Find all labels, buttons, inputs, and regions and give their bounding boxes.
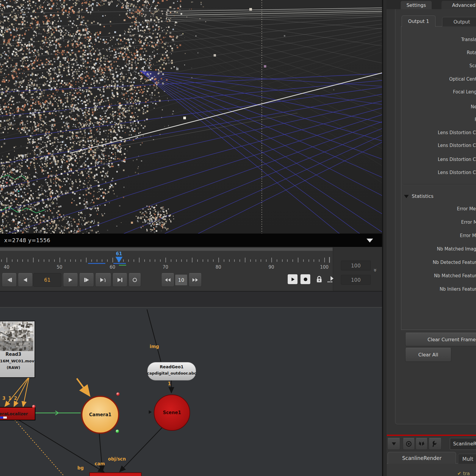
range-end-field[interactable]: 100 <box>341 261 371 270</box>
jump-back-button[interactable] <box>161 273 174 287</box>
point-cloud-canvas[interactable] <box>0 0 382 234</box>
playhead[interactable] <box>115 257 123 263</box>
param-label-far: Far <box>388 117 476 122</box>
play-to-keyframe-button[interactable] <box>95 273 111 287</box>
playhead-sync-icon[interactable] <box>326 274 336 284</box>
edge-img-readgeo1[interactable] <box>147 309 161 362</box>
node-graph[interactable]: Read3 01016M_WC01.mov (RAW) 3 1 2 Camera… <box>0 291 382 476</box>
ruler-tick <box>250 259 251 262</box>
ruler-tick <box>324 258 325 262</box>
ruler-tick <box>144 259 145 262</box>
wrench-icon[interactable] <box>429 438 441 450</box>
port-label-bg: bg <box>77 465 84 471</box>
disclosure-triangle-icon[interactable] <box>404 195 409 198</box>
tab-output-1[interactable]: Output 1 <box>402 15 436 27</box>
ruler-tick <box>256 259 256 262</box>
edge-into-camera1[interactable] <box>77 378 89 394</box>
collapse-chevrons-icon[interactable]: » <box>372 268 379 272</box>
edge-read3-cameralocalizer-3[interactable] <box>5 377 29 406</box>
tab-output-2[interactable]: Output <box>442 17 476 26</box>
divider <box>403 184 476 185</box>
flipbook-icon[interactable] <box>288 274 298 284</box>
node-read3[interactable]: Read3 01016M_WC01.mov (RAW) <box>0 321 35 378</box>
ruler-frame-label: 100 <box>320 264 329 270</box>
node-label: Read3 <box>0 352 35 357</box>
transparency-checkbox[interactable]: ✔tra <box>457 471 470 476</box>
ruler-tick <box>160 259 161 262</box>
edge-read3-cameralocalizer-2[interactable] <box>23 377 29 406</box>
node-label: ReadGeo1 <box>148 364 196 369</box>
record-icon[interactable] <box>300 274 310 284</box>
ruler-tick <box>49 259 49 262</box>
ruler-frame-label: 90 <box>268 264 274 270</box>
clear-all-button[interactable]: Clear All <box>405 348 451 362</box>
ruler-tick <box>298 258 298 262</box>
loop-mode-button[interactable] <box>129 273 141 287</box>
param-label-lens-distortion-1: Lens Distortion Coe <box>388 130 476 135</box>
ruler-tick <box>81 259 81 262</box>
center-node-button[interactable] <box>403 438 415 450</box>
playback-rate-field[interactable]: 100 <box>341 275 371 285</box>
clear-current-frame-button[interactable]: Clear Current Frame <box>405 333 476 346</box>
tab-scanlinerender[interactable]: ScanlineRender <box>388 452 456 464</box>
play-forward-button[interactable] <box>63 273 78 287</box>
ruler-tick <box>7 258 7 262</box>
panel-gutter[interactable] <box>383 0 387 476</box>
ruler-tick <box>102 259 102 262</box>
ruler-frame-label: 40 <box>4 264 9 270</box>
stat-label-nb-inliers-features: Nb Inliers Features <box>388 286 476 292</box>
lock-icon[interactable] <box>314 274 324 284</box>
button-label: Clear All <box>418 352 438 358</box>
tab-advanced[interactable]: Advanced <box>441 1 476 9</box>
node-readgeo1[interactable]: ReadGeo1 capdigital_outdoor.abc <box>147 362 196 381</box>
param-label-near: Near <box>388 104 476 109</box>
node-label: Camera1 <box>89 412 112 417</box>
edge-dotted-expression[interactable] <box>15 420 64 476</box>
cameralocalizer-progress-blue <box>0 416 3 419</box>
node-connections-button[interactable] <box>416 438 428 450</box>
current-frame-field[interactable]: 61 <box>33 273 61 287</box>
chevron-down-icon[interactable] <box>367 239 373 242</box>
cameralocalizer-progress-white <box>3 416 7 419</box>
stat-label-error-min: Error Min <box>388 220 476 225</box>
frame-ruler[interactable]: 405060708090100 <box>0 247 333 272</box>
param-label-lens-distortion-3: Lens Distortion Coe <box>388 157 476 162</box>
ruler-frame-label: 50 <box>57 264 62 270</box>
frame-increment-field[interactable]: 10 <box>175 274 187 286</box>
step-forward-button[interactable] <box>79 273 94 287</box>
node-scene1[interactable]: Scene1 <box>154 394 190 431</box>
ruler-tick <box>22 259 23 262</box>
node-name-field[interactable]: ScanlineRender <box>450 438 476 450</box>
input-number-label: 3 <box>2 396 5 401</box>
collapse-panel-button[interactable] <box>387 438 400 450</box>
node-camera1[interactable]: Camera1 <box>81 396 119 434</box>
ruler-tick <box>261 259 261 262</box>
read3-thumbnail <box>0 321 33 351</box>
stat-label-error-max: Error Max <box>388 233 476 238</box>
ruler-tick <box>65 259 65 262</box>
play-backward-button[interactable] <box>18 273 33 287</box>
edge-scene1-objscn[interactable] <box>120 427 162 471</box>
node-connections <box>0 291 382 476</box>
jump-forward-button[interactable] <box>189 273 202 287</box>
ruler-tick <box>97 259 97 262</box>
ruler-tick <box>150 259 150 262</box>
ruler-tick <box>303 259 304 262</box>
node-file-label: capdigital_outdoor.abc <box>137 371 206 375</box>
node-label: Scene1 <box>163 410 181 415</box>
stat-label-nb-detected-features: Nb Detected Features <box>388 260 476 265</box>
tab-settings[interactable]: Settings <box>401 1 432 9</box>
3d-viewport[interactable] <box>0 0 382 234</box>
edge-read3-cameralocalizer-1[interactable] <box>14 377 29 406</box>
go-to-end-button[interactable] <box>112 273 127 287</box>
node-label: CameraLocalizer <box>0 411 28 416</box>
step-back-button[interactable] <box>2 273 17 287</box>
param-label-scale: Scale <box>388 63 476 68</box>
ruler-end-tick <box>329 257 330 263</box>
tab-mult[interactable]: Mult <box>458 454 476 464</box>
ruler-tick <box>123 259 124 262</box>
ruler-tick <box>287 259 288 262</box>
cached-frames-bar <box>113 263 126 264</box>
node-scanlinerender[interactable] <box>89 472 142 476</box>
param-label-translate: Translate <box>388 37 476 42</box>
